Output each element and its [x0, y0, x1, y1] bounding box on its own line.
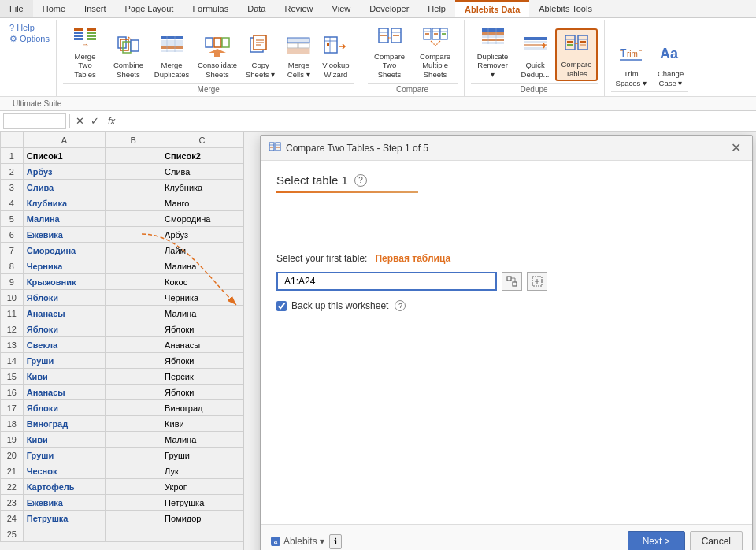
cell-c[interactable]: Груши: [161, 448, 243, 463]
formula-input[interactable]: [121, 116, 753, 127]
cell-c[interactable]: Персик: [161, 369, 243, 385]
cell-a[interactable]: Яблоки: [23, 400, 106, 416]
cell-c[interactable]: Ананасы: [161, 337, 243, 353]
cell-a[interactable]: Смородина: [23, 243, 106, 258]
cell-b[interactable]: [106, 195, 161, 211]
cell-c[interactable]: Лук: [161, 463, 243, 479]
tab-insert[interactable]: Insert: [75, 0, 116, 17]
tab-home[interactable]: Home: [33, 0, 75, 17]
cell-a[interactable]: Список1: [23, 148, 106, 164]
consolidate-sheets-button[interactable]: ConsolidateSheets: [195, 30, 239, 81]
cell-a[interactable]: Киви: [23, 432, 106, 448]
expand-range-button[interactable]: [502, 272, 522, 291]
cell-b[interactable]: [106, 526, 161, 542]
cell-c[interactable]: Яблоки: [161, 353, 243, 369]
cell-c[interactable]: Черника: [161, 290, 243, 306]
cell-a[interactable]: Клубника: [23, 195, 106, 211]
cell-c[interactable]: Смородина: [161, 211, 243, 227]
compare-tables-button[interactable]: CompareTables: [555, 28, 597, 81]
cell-c[interactable]: [161, 526, 243, 542]
cell-a[interactable]: Ежевика: [23, 227, 106, 243]
cell-a[interactable]: [23, 526, 106, 542]
cell-b[interactable]: [106, 243, 161, 258]
cancel-button[interactable]: Cancel: [690, 531, 743, 550]
cell-a[interactable]: Слива: [23, 180, 106, 195]
cell-a[interactable]: Крыжовник: [23, 274, 106, 290]
cell-c[interactable]: Слива: [161, 164, 243, 180]
cell-a[interactable]: Ананасы: [23, 385, 106, 400]
tab-developer[interactable]: Developer: [360, 0, 418, 17]
tab-view[interactable]: View: [323, 0, 361, 17]
cell-a[interactable]: Яблоки: [23, 321, 106, 337]
cell-c[interactable]: Список2: [161, 148, 243, 164]
help-button[interactable]: ? Help: [9, 23, 50, 32]
cell-a[interactable]: Малина: [23, 211, 106, 227]
compare-two-sheets-button[interactable]: CompareTwo Sheets: [368, 21, 412, 81]
next-button[interactable]: Next >: [628, 531, 685, 550]
cell-a[interactable]: Чеснок: [23, 463, 106, 479]
cell-c[interactable]: Кокос: [161, 274, 243, 290]
merge-two-tables-button[interactable]: ⇒ MergeTwo Tables: [63, 21, 107, 81]
cell-c[interactable]: Петрушка: [161, 495, 243, 511]
cell-a[interactable]: Арбуз: [23, 164, 106, 180]
cell-b[interactable]: [106, 164, 161, 180]
confirm-formula-button[interactable]: ✓: [88, 115, 102, 127]
cell-a[interactable]: Киви: [23, 369, 106, 385]
cell-b[interactable]: [106, 479, 161, 495]
cell-b[interactable]: [106, 463, 161, 479]
cell-b[interactable]: [106, 274, 161, 290]
ablebits-brand[interactable]: a Ablebits ▾: [270, 536, 324, 547]
step-help-icon[interactable]: ?: [354, 174, 367, 187]
duplicate-remover-button[interactable]: DuplicateRemover ▾: [471, 21, 515, 81]
cell-b[interactable]: [106, 306, 161, 321]
change-case-button[interactable]: Aa ChangeCase ▾: [653, 39, 688, 90]
tab-page-layout[interactable]: Page Layout: [116, 0, 183, 17]
cell-a[interactable]: Ананасы: [23, 306, 106, 321]
cell-a[interactable]: Черника: [23, 258, 106, 274]
tab-ablebits-data[interactable]: Ablebits Data: [455, 0, 529, 17]
copy-sheets-button[interactable]: CopySheets ▾: [241, 30, 280, 81]
cell-b[interactable]: [106, 385, 161, 400]
tab-formulas[interactable]: Formulas: [183, 0, 238, 17]
cell-c[interactable]: Малина: [161, 432, 243, 448]
cell-c[interactable]: Помидор: [161, 511, 243, 526]
tab-data[interactable]: Data: [238, 0, 275, 17]
name-box[interactable]: [3, 113, 66, 129]
cell-b[interactable]: [106, 495, 161, 511]
merge-cells-button[interactable]: MergeCells ▾: [281, 30, 316, 81]
cell-a[interactable]: Виноград: [23, 416, 106, 432]
cell-c[interactable]: Яблоки: [161, 321, 243, 337]
trim-spaces-button[interactable]: T rim TrimSpaces ▾: [611, 39, 651, 90]
cell-b[interactable]: [106, 180, 161, 195]
cell-c[interactable]: Клубника: [161, 180, 243, 195]
info-button[interactable]: ℹ: [329, 534, 342, 549]
dialog-close-button[interactable]: ✕: [728, 140, 744, 155]
cell-b[interactable]: [106, 400, 161, 416]
cell-a[interactable]: Картофель: [23, 479, 106, 495]
cell-a[interactable]: Свекла: [23, 337, 106, 353]
cell-b[interactable]: [106, 511, 161, 526]
cell-c[interactable]: Арбуз: [161, 227, 243, 243]
select-range-button[interactable]: [527, 272, 547, 291]
backup-checkbox[interactable]: [276, 301, 287, 311]
cell-b[interactable]: [106, 211, 161, 227]
backup-help-icon[interactable]: ?: [395, 300, 406, 311]
cancel-formula-button[interactable]: ✕: [73, 115, 87, 127]
cell-b[interactable]: [106, 416, 161, 432]
table-range-input[interactable]: [276, 272, 497, 291]
col-header-c[interactable]: C: [161, 132, 243, 148]
cell-b[interactable]: [106, 148, 161, 164]
options-button[interactable]: ⚙ Options: [9, 34, 50, 44]
col-header-a[interactable]: A: [23, 132, 106, 148]
compare-multiple-sheets-button[interactable]: CompareMultiple Sheets: [413, 21, 458, 81]
tab-help[interactable]: Help: [418, 0, 455, 17]
cell-c[interactable]: Малина: [161, 306, 243, 321]
cell-c[interactable]: Киви: [161, 416, 243, 432]
cell-c[interactable]: Манго: [161, 195, 243, 211]
vlookup-wizard-button[interactable]: VlookupWizard: [317, 30, 354, 81]
cell-b[interactable]: [106, 227, 161, 243]
cell-b[interactable]: [106, 321, 161, 337]
cell-b[interactable]: [106, 258, 161, 274]
cell-c[interactable]: Укроп: [161, 479, 243, 495]
cell-a[interactable]: Ежевика: [23, 495, 106, 511]
